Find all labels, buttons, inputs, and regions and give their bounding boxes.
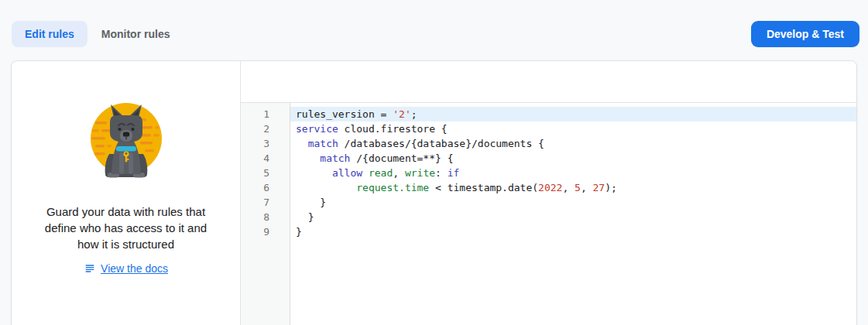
line-number: 3 (241, 136, 290, 151)
code-token-plain (362, 167, 369, 179)
code-line[interactable]: rules_version = '2'; (290, 107, 856, 121)
code-line[interactable]: match /databases/{database}/documents { (290, 136, 856, 151)
code-token-plain (296, 182, 356, 193)
code-token-plain: } (296, 211, 314, 223)
view-docs-link-row[interactable]: View the docs (84, 262, 168, 275)
code-token-prop: read (369, 167, 393, 179)
code-line[interactable]: } (290, 224, 856, 239)
code-token-kw: if (448, 167, 460, 179)
line-number: 2 (241, 121, 290, 136)
code-token-prop: write (405, 167, 435, 179)
code-token-plain: cloud.firestore { (338, 123, 448, 135)
code-line[interactable]: allow read, write: if (290, 166, 856, 180)
code-token-plain: } (296, 197, 326, 208)
line-number: 7 (241, 195, 290, 210)
rules-editor-card: Guard your data with rules that define w… (11, 60, 857, 325)
code-token-prop: request.time (356, 182, 429, 193)
line-number-gutter: 123456789 (241, 103, 290, 325)
line-number: 8 (241, 210, 290, 224)
tab-monitor-rules[interactable]: Monitor rules (101, 28, 170, 40)
code-token-kw: match (308, 138, 338, 149)
code-token-plain: /{document=**} { (350, 152, 453, 164)
document-lines-icon (84, 262, 96, 275)
code-editor[interactable]: 123456789 rules_version = '2';service cl… (241, 103, 856, 325)
code-token-plain: , (562, 182, 575, 193)
line-number: 4 (241, 151, 290, 166)
code-token-kw: match (320, 152, 350, 164)
view-docs-link[interactable]: View the docs (101, 262, 168, 275)
code-token-plain (296, 167, 332, 179)
rules-description-line: how it is structured (29, 236, 223, 252)
code-line[interactable]: } (290, 195, 856, 210)
editor-toolbar (241, 61, 856, 103)
rules-description-line: define who has access to it and (29, 220, 223, 236)
tab-edit-rules-label: Edit rules (25, 28, 74, 40)
develop-and-test-button[interactable]: Develop & Test (751, 21, 859, 47)
line-number: 9 (241, 224, 290, 239)
code-token-plain: : (435, 167, 448, 179)
rules-editor-pane: 123456789 rules_version = '2';service cl… (241, 61, 856, 325)
code-token-plain (296, 138, 308, 149)
code-token-num: 27 (593, 182, 606, 193)
tab-edit-rules[interactable]: Edit rules (12, 21, 87, 47)
code-token-kw: service (296, 123, 338, 135)
code-token-num: 5 (575, 182, 581, 193)
code-line[interactable]: } (290, 210, 856, 224)
line-number: 6 (241, 180, 290, 195)
code-token-num: 2022 (538, 182, 562, 193)
code-token-plain: , (581, 182, 593, 193)
line-number: 1 (241, 107, 290, 121)
rules-description: Guard your data with rules that define w… (29, 204, 223, 252)
code-token-str: '2' (393, 108, 410, 120)
code-line[interactable]: service cloud.firestore { (290, 121, 856, 136)
code-token-plain (296, 152, 320, 164)
code-token-kw: allow (332, 167, 362, 179)
code-area[interactable]: rules_version = '2';service cloud.firest… (290, 103, 856, 325)
code-token-plain: /databases/{database}/documents { (338, 138, 544, 149)
code-line[interactable]: request.time < timestamp.date(2022, 5, 2… (290, 180, 856, 195)
code-token-plain: rules_version = (296, 108, 393, 120)
rules-description-line: Guard your data with rules that (29, 204, 223, 220)
tab-monitor-rules-label: Monitor rules (101, 28, 170, 40)
code-token-plain: ); (605, 182, 617, 193)
rules-info-panel: Guard your data with rules that define w… (12, 61, 241, 325)
line-number: 5 (241, 166, 290, 180)
code-token-plain: , (393, 167, 405, 179)
code-line[interactable]: match /{document=**} { (290, 151, 856, 166)
rules-tab-bar: Edit rules Monitor rules (12, 21, 170, 47)
code-token-plain: ; (411, 108, 417, 120)
code-token-plain: < timestamp.date( (429, 182, 538, 193)
code-token-plain: } (296, 226, 302, 238)
guard-dog-illustration (80, 94, 173, 188)
